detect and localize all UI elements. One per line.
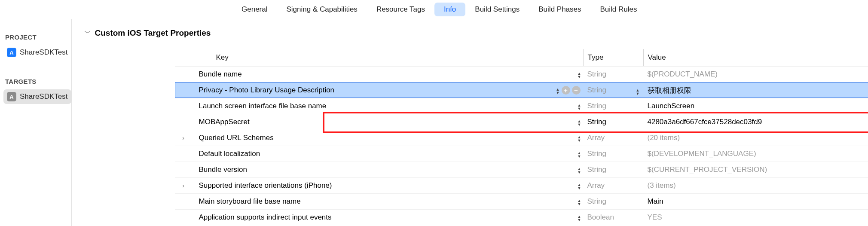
- key-stepper-icon[interactable]: ▲▼: [578, 213, 581, 222]
- plist-key[interactable]: Default localization: [192, 146, 536, 162]
- plist-type[interactable]: String: [583, 194, 643, 209]
- target-icon: A: [7, 92, 16, 101]
- key-stepper-icon[interactable]: ▲▼: [556, 86, 559, 95]
- plist-type[interactable]: String: [583, 146, 643, 162]
- tab-buildsettings[interactable]: Build Settings: [465, 3, 529, 16]
- disclosure-chevron-icon: [175, 114, 192, 130]
- key-stepper-icon[interactable]: ▲▼: [578, 165, 581, 174]
- disclosure-chevron-icon[interactable]: ›: [175, 130, 192, 146]
- table-row[interactable]: Main storyboard file base name▲▼StringMa…: [175, 193, 868, 209]
- targets-sidebar: PROJECT A ShareSDKTest TARGETS A ShareSD…: [0, 19, 72, 226]
- plist-type[interactable]: Array: [583, 178, 643, 193]
- type-stepper-icon[interactable]: ▲▼: [636, 85, 640, 95]
- remove-row-button[interactable]: −: [572, 86, 581, 95]
- table-row[interactable]: Launch screen interface file base name▲▼…: [175, 98, 868, 114]
- table-row[interactable]: Privacy - Photo Library Usage Descriptio…: [175, 82, 868, 98]
- plist-type[interactable]: String▲▼: [583, 82, 643, 98]
- disclosure-chevron-icon: [175, 162, 192, 177]
- disclosure-chevron-icon: [175, 194, 192, 209]
- col-header-type[interactable]: Type: [583, 49, 643, 66]
- content-area: ﹀ Custom iOS Target Properties Key Type …: [72, 19, 868, 226]
- plist-key[interactable]: Privacy - Photo Library Usage Descriptio…: [192, 82, 536, 98]
- key-stepper-icon[interactable]: ▲▼: [578, 70, 581, 79]
- plist-key[interactable]: Bundle version: [192, 162, 536, 177]
- key-stepper-icon[interactable]: ▲▼: [578, 181, 581, 190]
- sidebar-item-label: ShareSDKTest: [20, 92, 68, 101]
- disclosure-chevron-icon: [175, 98, 192, 114]
- plist-key[interactable]: Application supports indirect input even…: [192, 210, 536, 225]
- disclosure-chevron-icon: [175, 146, 192, 162]
- plist-type[interactable]: Array: [583, 130, 643, 146]
- plist-value[interactable]: $(CURRENT_PROJECT_VERSION): [643, 162, 868, 177]
- disclosure-chevron-icon: [175, 82, 192, 98]
- key-stepper-icon[interactable]: ▲▼: [578, 118, 581, 126]
- plist-type[interactable]: String: [583, 67, 643, 82]
- sidebar-item-label: ShareSDKTest: [20, 48, 68, 57]
- plist-value[interactable]: $(PRODUCT_NAME): [643, 67, 868, 82]
- plist-value[interactable]: YES: [643, 210, 868, 225]
- sidebar-item-project[interactable]: A ShareSDKTest: [3, 45, 71, 60]
- table-row[interactable]: Bundle name▲▼String$(PRODUCT_NAME): [175, 66, 868, 82]
- tab-general[interactable]: General: [232, 3, 277, 16]
- plist-value[interactable]: $(DEVELOPMENT_LANGUAGE): [643, 146, 868, 162]
- table-row[interactable]: Application supports indirect input even…: [175, 209, 868, 225]
- table-row[interactable]: ›Supported interface orientations (iPhon…: [175, 177, 868, 193]
- project-heading: PROJECT: [3, 27, 71, 45]
- table-row[interactable]: ›Queried URL Schemes▲▼Array(20 items): [175, 130, 868, 146]
- plist-key[interactable]: Bundle name: [192, 67, 536, 82]
- tab-buildphases[interactable]: Build Phases: [529, 3, 590, 16]
- plist-type[interactable]: String: [583, 98, 643, 114]
- table-header: Key Type Value: [175, 49, 868, 66]
- plist-value[interactable]: LaunchScreen: [643, 98, 868, 114]
- key-stepper-icon[interactable]: ▲▼: [578, 150, 581, 158]
- plist-key[interactable]: Main storyboard file base name: [192, 194, 536, 209]
- disclosure-chevron-icon: [175, 67, 192, 82]
- disclosure-chevron-icon[interactable]: ›: [175, 178, 192, 193]
- plist-key[interactable]: Launch screen interface file base name: [192, 98, 536, 114]
- plist-key[interactable]: Supported interface orientations (iPhone…: [192, 178, 536, 193]
- table-row[interactable]: Default localization▲▼String$(DEVELOPMEN…: [175, 146, 868, 162]
- add-row-button[interactable]: +: [562, 86, 570, 95]
- plist-key[interactable]: Queried URL Schemes: [192, 130, 536, 146]
- tab-resourcetags[interactable]: Resource Tags: [367, 3, 434, 16]
- tab-buildrules[interactable]: Build Rules: [591, 3, 647, 16]
- key-stepper-icon[interactable]: ▲▼: [578, 102, 581, 110]
- plist-value[interactable]: Main: [643, 194, 868, 209]
- plist-value[interactable]: (20 items): [643, 130, 868, 146]
- section-title: Custom iOS Target Properties: [95, 28, 211, 38]
- plist-key[interactable]: MOBAppSecret: [192, 114, 536, 130]
- key-stepper-icon[interactable]: ▲▼: [578, 134, 581, 142]
- table-row[interactable]: Bundle version▲▼String$(CURRENT_PROJECT_…: [175, 162, 868, 177]
- plist-type[interactable]: String: [583, 114, 643, 130]
- plist-type[interactable]: Boolean: [583, 210, 643, 225]
- tab-signing[interactable]: Signing & Capabilities: [277, 3, 367, 16]
- editor-tabbar: General Signing & Capabilities Resource …: [0, 0, 868, 19]
- disclosure-icon[interactable]: ﹀: [85, 29, 91, 37]
- plist-value[interactable]: (3 items): [643, 178, 868, 193]
- col-header-key[interactable]: Key: [192, 49, 536, 66]
- plist-value[interactable]: 4280a3a6df667cfce37528dec03fd9: [643, 114, 868, 130]
- disclosure-chevron-icon: [175, 210, 192, 225]
- tab-info[interactable]: Info: [434, 3, 465, 16]
- sidebar-item-target[interactable]: A ShareSDKTest: [3, 89, 71, 104]
- table-row[interactable]: MOBAppSecret▲▼String4280a3a6df667cfce375…: [175, 114, 868, 130]
- key-stepper-icon[interactable]: ▲▼: [578, 197, 581, 206]
- plist-value[interactable]: 获取相册权限: [643, 82, 868, 98]
- section-header[interactable]: ﹀ Custom iOS Target Properties: [72, 28, 868, 38]
- project-icon: A: [7, 48, 16, 57]
- plist-table: Key Type Value Bundle name▲▼String$(PROD…: [175, 49, 868, 225]
- targets-heading: TARGETS: [3, 72, 71, 89]
- plist-type[interactable]: String: [583, 162, 643, 177]
- col-header-value[interactable]: Value: [643, 49, 868, 66]
